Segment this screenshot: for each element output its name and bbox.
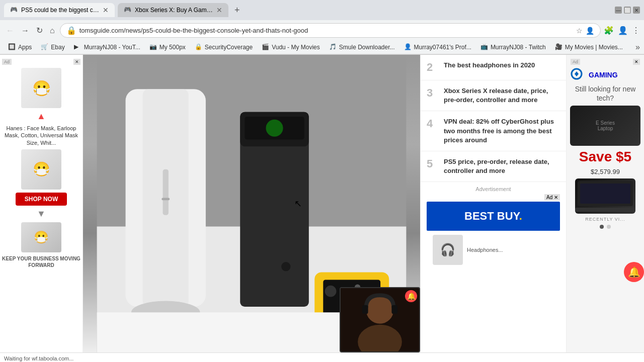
vudu-bookmark-label: Vudu - My Movies [272, 44, 320, 51]
browser-menu-icons: 🧩 👤 ⋮ [604, 26, 640, 35]
sidebar-ad-close-icon[interactable]: Ad ✕ [544, 194, 560, 201]
address-bar[interactable]: 🔒 tomsguide.com/news/ps5-could-be-the-bi… [60, 23, 601, 38]
bookmark-apps[interactable]: 🔲 Apps [4, 42, 36, 52]
bookmarks-more-button[interactable]: » [635, 43, 640, 52]
movies-bookmark-icon: 🎥 [555, 43, 563, 51]
tab1-title: PS5 could be the biggest consol... [21, 7, 100, 14]
status-bar: Waiting for wf.taboola.com... [0, 352, 644, 362]
address-text: tomsguide.com/news/ps5-could-be-the-bigg… [79, 27, 573, 34]
youtube-bookmark-label: MurrayNJ08 - YouT... [84, 44, 140, 51]
security-bookmark-label: SecurityCoverage [205, 44, 253, 51]
article-title-5[interactable]: PS5 price, pre-order, release date, cont… [444, 157, 560, 175]
smule-bookmark-label: Smule Downloader... [339, 44, 395, 51]
article-title-2[interactable]: The best headphones in 2020 [444, 61, 535, 70]
refresh-button[interactable]: ↻ [34, 25, 45, 36]
dell-ad-image: E SeriesLaptop [570, 106, 640, 146]
article-list: 2 The best headphones in 2020 3 Xbox Ser… [421, 55, 566, 182]
dell-header: GAMING [571, 68, 640, 81]
sidebar-product: 🎧 Headphones... [427, 231, 560, 269]
address-icons: ☆ 👤 [576, 27, 594, 35]
recently-viewed-label: RECENTLY VI... [585, 217, 625, 222]
article-title-4[interactable]: VPN deal: 82% off CyberGhost plus two mo… [444, 117, 560, 145]
svg-rect-24 [391, 305, 397, 314]
bookmark-movies[interactable]: 🎥 My Movies | Movies... [551, 42, 627, 52]
dot-indicators [600, 225, 611, 229]
article-num-4: 4 [427, 117, 439, 130]
profile-icon[interactable]: 👤 [586, 27, 594, 35]
bookmark-500px[interactable]: 📷 My 500px [145, 42, 190, 52]
bookmark-smule[interactable]: 🎵 Smule Downloader... [325, 42, 399, 52]
left-ad-close-icon[interactable]: ✕ [73, 59, 80, 65]
bookmark-twitch[interactable]: 📺 MurrayNJ08 - Twitch [476, 42, 550, 52]
minimize-button[interactable]: — [615, 7, 622, 14]
profile-bookmark-label: Murray07461's Prof... [414, 44, 471, 51]
left-advertisement: Ad ✕ 😷 ▲ Hanes : Face Mask, Earloop Mask… [0, 55, 83, 352]
article-title-3[interactable]: Xbox Series X release date, price, pre-o… [444, 86, 560, 105]
svg-point-10 [266, 120, 283, 137]
extensions-icon[interactable]: 🧩 [604, 26, 614, 35]
close-button[interactable]: ✕ [633, 7, 640, 14]
bestbuy-advertisement[interactable]: BEST BUY. [427, 202, 560, 231]
svg-point-14 [325, 286, 337, 297]
tab1-favicon: 🎮 [10, 6, 18, 14]
still-looking-text: Still looking for new tech? [571, 84, 640, 103]
svg-point-11 [281, 262, 290, 271]
tab2-title: Xbox Series X: Buy A Game Once... [135, 7, 213, 14]
status-text: Waiting for wf.taboola.com... [4, 355, 73, 361]
svg-rect-28 [575, 208, 635, 212]
notification-overlay-icon[interactable]: 🔔 [624, 262, 644, 282]
apps-bookmark-icon: 🔲 [8, 43, 16, 51]
bookmark-murray-profile[interactable]: 👤 Murray07461's Prof... [400, 42, 475, 52]
dell-ad-close-icon[interactable]: ✕ [633, 59, 640, 65]
tab-xbox[interactable]: 🎮 Xbox Series X: Buy A Game Once... ✕ [118, 3, 228, 17]
user-profile-icon[interactable]: 👤 [618, 26, 628, 35]
star-icon[interactable]: ☆ [576, 27, 583, 35]
vudu-bookmark-icon: 🎬 [262, 43, 270, 51]
settings-icon[interactable]: ⋮ [632, 26, 640, 35]
bookmark-ebay[interactable]: 🛒 Ebay [37, 42, 68, 52]
article-item-2: 2 The best headphones in 2020 [421, 55, 566, 80]
mask-product-image-2: 😷 [21, 149, 61, 190]
twitch-bookmark-label: MurrayNJ08 - Twitch [491, 44, 546, 51]
mask-product-image-1: 😷 [21, 68, 61, 108]
right-dell-advertisement: Ad ✕ GAMING Still looking for new tech? … [566, 55, 644, 352]
ad-scroll-down-icon[interactable]: ▼ [37, 209, 46, 219]
youtube-bookmark-icon: ▶ [74, 43, 82, 51]
smule-bookmark-icon: 🎵 [329, 43, 337, 51]
tab1-close[interactable]: ✕ [103, 6, 109, 14]
ad-scroll-up-icon[interactable]: ▲ [37, 111, 46, 122]
title-bar: 🎮 PS5 could be the biggest consol... ✕ 🎮… [0, 0, 644, 20]
maximize-button[interactable]: ⬜ [624, 7, 631, 14]
window-controls: — ⬜ ✕ [615, 7, 640, 14]
webcam-overlay: 🔔 [340, 287, 420, 352]
tab-ps5[interactable]: 🎮 PS5 could be the biggest consol... ✕ [4, 3, 115, 17]
article-item-3: 3 Xbox Series X release date, price, pre… [421, 80, 566, 111]
ebay-bookmark-icon: 🛒 [41, 43, 49, 51]
notification-bell-icon[interactable]: 🔔 [405, 290, 417, 302]
sidebar-ad-label: Advertisement [427, 186, 560, 192]
bestbuy-logo: BEST BUY. [435, 210, 552, 223]
product-image: 🎧 [433, 235, 463, 265]
left-ad-text: Hanes : Face Mask, Earloop Mask, Cotton,… [2, 125, 80, 146]
shop-now-button[interactable]: SHOP NOW [16, 193, 67, 206]
bookmark-murray-youtube[interactable]: ▶ MurrayNJ08 - YouT... [70, 42, 144, 52]
back-button[interactable]: ← [4, 25, 16, 36]
dell-price-text: $2,579.99 [591, 168, 620, 175]
500px-bookmark-icon: 📷 [149, 43, 157, 51]
main-article-image: ↖ 🔔 [83, 55, 420, 352]
forward-button[interactable]: → [19, 25, 31, 36]
movies-bookmark-label: My Movies | Movies... [565, 44, 623, 51]
svg-rect-23 [362, 305, 368, 314]
new-tab-button[interactable]: + [231, 5, 243, 16]
right-sidebar: 2 The best headphones in 2020 3 Xbox Ser… [420, 55, 566, 352]
profile-bookmark-icon: 👤 [404, 43, 412, 51]
article-item-4: 4 VPN deal: 82% off CyberGhost plus two … [421, 111, 566, 151]
dell-laptop-image [575, 178, 635, 214]
bestbuy-dot: . [519, 210, 522, 222]
dell-ad-badge: Ad [571, 59, 580, 65]
article-num-3: 3 [427, 86, 439, 100]
bookmark-security[interactable]: 🔒 SecurityCoverage [191, 42, 257, 52]
home-button[interactable]: ⌂ [48, 25, 57, 36]
tab2-close[interactable]: ✕ [216, 6, 222, 14]
bookmark-vudu[interactable]: 🎬 Vudu - My Movies [258, 42, 324, 52]
